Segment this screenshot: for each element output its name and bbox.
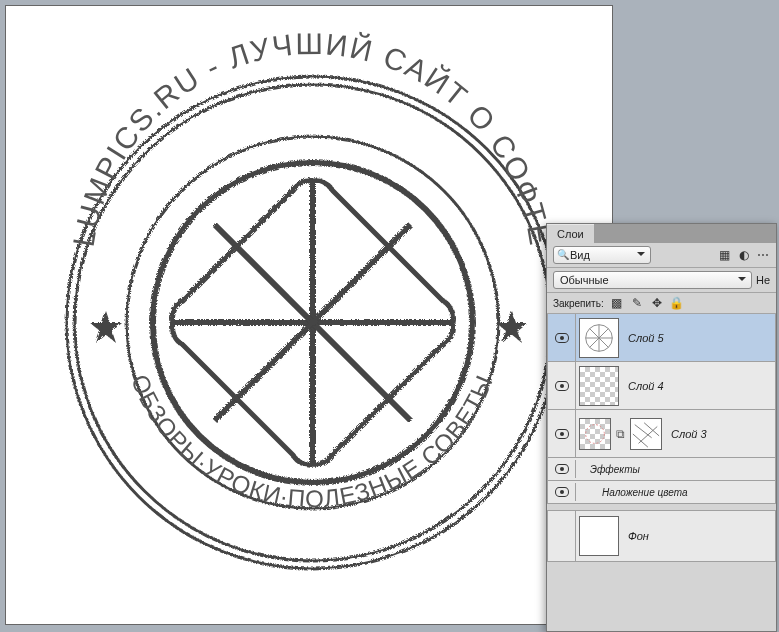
opacity-label: Не	[756, 274, 770, 286]
filter-image-icon[interactable]: ▦	[717, 248, 732, 263]
lock-brush-icon[interactable]: ✎	[630, 296, 644, 310]
canvas[interactable]: LUMPICS.RU - ЛУЧШИЙ САЙТ О СОФТЕ ОБЗОРЫ·…	[6, 6, 612, 624]
layers-panel: Слои Вид ▦ ◐ ⋯ Обычные Не Закрепить: ▩ ✎…	[546, 223, 777, 632]
layer-thumbnail[interactable]	[579, 418, 611, 450]
lock-transparent-icon[interactable]: ▩	[610, 296, 624, 310]
svg-point-11	[586, 424, 605, 443]
stamp-image: LUMPICS.RU - ЛУЧШИЙ САЙТ О СОФТЕ ОБЗОРЫ·…	[6, 6, 612, 624]
layer-name[interactable]: Слой 3	[665, 428, 775, 440]
eye-icon	[555, 464, 569, 474]
layer-item[interactable]: Слой 5	[547, 314, 776, 362]
visibility-toggle[interactable]	[548, 410, 576, 457]
svg-line-15	[633, 434, 648, 447]
panel-tab-bar: Слои	[547, 224, 776, 243]
layer-item[interactable]: ⧉ Слой 3	[547, 410, 776, 458]
visibility-toggle[interactable]	[548, 460, 576, 478]
eye-icon	[555, 333, 569, 343]
lock-row: Закрепить: ▩ ✎ ✥ 🔒	[547, 293, 776, 314]
visibility-toggle[interactable]	[548, 362, 576, 409]
layer-name[interactable]: Слой 4	[622, 380, 775, 392]
layer-item-background[interactable]: Фон	[547, 510, 776, 562]
layer-name[interactable]: Слой 5	[622, 332, 775, 344]
layer-filter-select[interactable]: Вид	[553, 246, 651, 264]
blend-mode-select[interactable]: Обычные	[553, 271, 752, 289]
layers-list: Слой 5 Слой 4 ⧉ Слой 3 Эффекты Наложение…	[547, 314, 776, 562]
filter-adjust-icon[interactable]: ◐	[736, 248, 751, 263]
panel-tab-layers[interactable]: Слои	[547, 224, 594, 243]
eye-icon	[555, 429, 569, 439]
filter-row: Вид ▦ ◐ ⋯	[547, 243, 776, 268]
layer-item[interactable]: Слой 4	[547, 362, 776, 410]
eye-icon	[555, 487, 569, 497]
filter-type-icon[interactable]: ⋯	[755, 248, 770, 263]
layer-thumbnail[interactable]	[579, 516, 619, 556]
lock-label: Закрепить:	[553, 298, 604, 309]
effects-row[interactable]: Эффекты	[547, 458, 776, 481]
eye-icon	[555, 381, 569, 391]
layer-thumbnail[interactable]	[579, 318, 619, 358]
layer-name[interactable]: Фон	[622, 530, 775, 542]
lock-all-icon[interactable]: 🔒	[670, 296, 684, 310]
effect-item[interactable]: Наложение цвета	[547, 481, 776, 504]
mask-thumbnail[interactable]	[630, 418, 662, 450]
effect-name: Наложение цвета	[576, 487, 687, 498]
layer-thumbnail[interactable]	[579, 366, 619, 406]
visibility-toggle[interactable]	[548, 314, 576, 361]
link-icon[interactable]: ⧉	[614, 427, 627, 441]
visibility-toggle[interactable]	[548, 511, 576, 561]
effects-label: Эффекты	[576, 464, 640, 475]
visibility-toggle[interactable]	[548, 483, 576, 501]
blend-row: Обычные Не	[547, 268, 776, 293]
lock-move-icon[interactable]: ✥	[650, 296, 664, 310]
